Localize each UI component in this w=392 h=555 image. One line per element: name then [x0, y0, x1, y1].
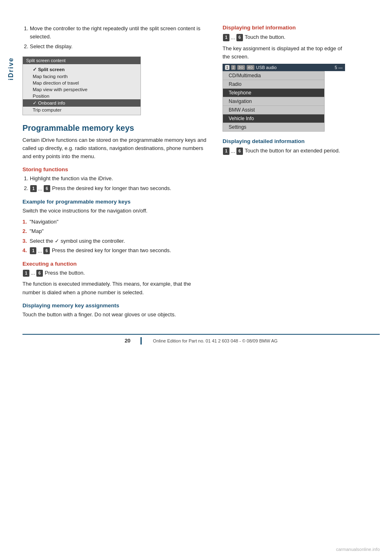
brief-info-heading: Displaying brief information — [223, 25, 345, 31]
key-badge-6-detailed: 6 — [236, 148, 243, 155]
split-screen-image: Split screen content Split screen Map fa… — [22, 56, 141, 115]
menu-vehicle-info: Vehicle Info — [223, 114, 324, 123]
storing-step-2: 1 ... 6 Press the desired key for longer… — [30, 184, 210, 192]
storing-functions-list: Highlight the function via the iDrive. 1… — [22, 175, 210, 193]
example-item-2: 2. "Map" — [22, 227, 210, 235]
step-2: Select the display. — [30, 43, 210, 51]
menu-bmw-assist: BMW Assist — [223, 106, 324, 114]
example-heading: Example for programmable memory keys — [22, 199, 210, 205]
key-badge-6-store: 6 — [44, 185, 50, 192]
storing-step-1: Highlight the function via the iDrive. — [30, 175, 210, 183]
example-body: Switch the voice instructions for the na… — [22, 207, 210, 215]
displaying-memory-heading: Displaying memory key assignments — [22, 302, 210, 309]
key-badge-6-example: 6 — [43, 247, 50, 254]
key-row-detailed: 1 ... 6 — [223, 147, 243, 155]
menu-radio: Radio — [223, 80, 324, 89]
key-badge-1-brief: 1 — [223, 34, 229, 41]
usb-num-4: 4⊙ — [247, 65, 254, 70]
split-item-6: ✓ Onboard info — [23, 99, 140, 107]
sidebar-label: iDrive — [7, 57, 15, 80]
key-badge-1-store: 1 — [30, 185, 37, 192]
programmable-body: Certain iDrive functions can be stored o… — [22, 136, 210, 161]
key-badge-1-detailed: 1 — [223, 148, 229, 155]
usb-page: 5 — — [335, 65, 343, 70]
displaying-memory-body: Touch the button with a finger. Do not w… — [22, 311, 210, 319]
split-item-5: Position — [23, 93, 140, 99]
intro-steps: Move the controller to the right repeate… — [22, 25, 210, 51]
usb-num-1: 1 — [225, 65, 229, 70]
footer-bar — [140, 337, 142, 345]
storing-functions-heading: Storing functions — [22, 166, 210, 172]
menu-telephone: Telephone — [223, 89, 324, 97]
key-row-brief: 1 ... 6 — [223, 34, 243, 42]
brief-info-body: The key assignment is displayed at the t… — [223, 45, 345, 61]
footer-page: 20 — [125, 338, 130, 344]
example-item-1: 1. "Navigation" — [22, 218, 210, 226]
executing-keys: 1 ... 6 Press the button. — [22, 269, 210, 278]
key-row-execute: 1 ... 6 — [22, 269, 43, 277]
split-item-4: Map view with perspective — [23, 86, 140, 93]
detailed-info-keys: 1 ... 6 Touch the button for an extended… — [223, 147, 345, 155]
usb-num-2: 2 — [231, 65, 236, 70]
programmable-heading: Programmable memory keys — [22, 123, 210, 133]
watermark: carmanualsonline.info — [336, 547, 380, 552]
step-1: Move the controller to the right repeate… — [30, 25, 210, 40]
executing-heading: Executing a function — [22, 261, 210, 267]
key-row-store: 1 ... 6 — [30, 185, 51, 193]
split-screen-title: Split screen content — [23, 57, 140, 64]
menu-navigation: Navigation — [223, 97, 324, 106]
key-badge-6-exec: 6 — [36, 270, 43, 277]
split-item-1: Split screen — [23, 66, 140, 73]
example-list: 1. "Navigation" 2. "Map" 3. Select the ✓… — [22, 218, 210, 255]
executing-body: The function is executed immediately. Th… — [22, 280, 210, 296]
key-badge-1-exec: 1 — [23, 270, 29, 277]
example-item-3: 3. Select the ✓ symbol using the control… — [22, 237, 210, 245]
brief-info-keys: 1 ... 6 Touch the button. — [223, 33, 345, 42]
menu-cd: CD/Multimedia — [223, 72, 324, 80]
detailed-info-heading: Displaying detailed information — [223, 138, 345, 144]
footer: 20 Online Edition for Part no. 01 41 2 6… — [22, 334, 380, 345]
split-item-7: Trip computer — [23, 107, 140, 113]
menu-settings: Settings — [223, 123, 324, 131]
split-item-3: Map direction of travel — [23, 80, 140, 86]
split-screen-body: Split screen Map facing north Map direct… — [23, 64, 140, 115]
example-item-4: 4. 1 ... 6 Press the desired key for lon… — [22, 246, 210, 255]
key-badge-1-example: 1 — [30, 247, 36, 254]
menu-list: CD/Multimedia Radio Telephone Navigation… — [223, 71, 325, 132]
key-row-example: 1 ... 6 — [29, 247, 50, 255]
key-badge-6-brief: 6 — [236, 34, 243, 41]
footer-text: Online Edition for Part no. 01 41 2 603 … — [153, 338, 278, 343]
usb-label: USB audio — [256, 65, 276, 70]
usb-num-3: 3⊙ — [237, 65, 245, 70]
split-item-2: Map facing north — [23, 73, 140, 80]
usb-bar: 1 2 3⊙ 4⊙ USB audio 5 — — [223, 64, 345, 71]
